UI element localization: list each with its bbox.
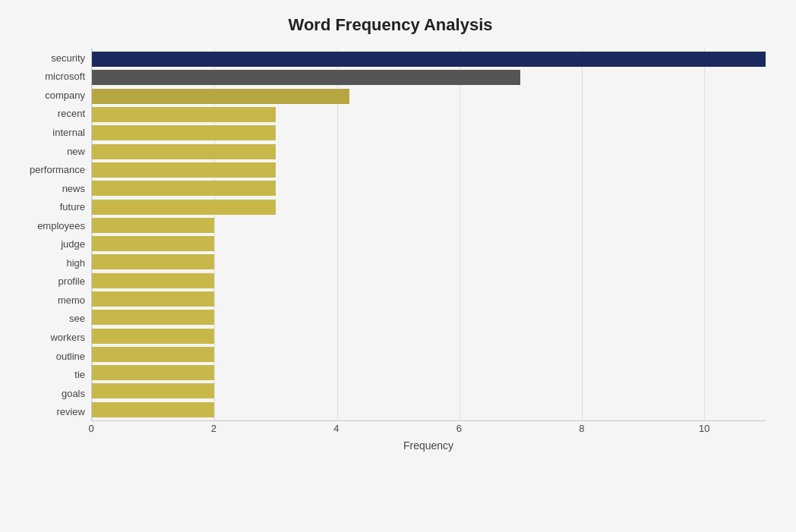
chart-area: securitymicrosoftcompanyrecentinternalne… [15,49,766,421]
y-label: profile [58,272,85,291]
bar [92,52,766,67]
x-tick-label: 4 [333,423,339,434]
y-label: future [60,197,85,216]
y-label: company [45,86,85,105]
bar [92,125,276,140]
bar [92,402,214,417]
x-tick-label: 6 [456,423,462,434]
x-tick-label: 0 [88,423,93,434]
bar [92,273,214,288]
y-label: tie [74,365,85,384]
y-label: employees [37,216,85,235]
bar-row [92,50,766,68]
bar-row [92,290,766,308]
x-axis-label: Frequency [91,439,766,452]
y-label: goals [62,384,85,403]
bar [92,365,214,380]
y-label: internal [52,123,85,142]
y-label: judge [61,235,85,253]
x-tick-label: 8 [579,423,584,434]
bar [92,347,214,362]
bar-row [92,142,766,160]
bar-row [92,253,766,271]
y-label: outline [56,347,85,366]
bar-row [92,235,766,253]
bar-row [92,382,766,400]
bar-row [92,216,766,235]
chart-container: Word Frequency Analysis securitymicrosof… [0,0,796,532]
bar [92,254,214,269]
y-label: news [62,179,85,198]
bar-row [92,124,766,142]
bar-row [92,326,766,345]
bar [92,329,214,344]
bar [92,218,214,233]
chart-title: Word Frequency Analysis [15,15,766,35]
bars-grid [91,49,766,421]
bar [92,107,276,122]
bar [92,70,520,85]
bar-row [92,105,766,124]
bar-row [92,272,766,290]
x-axis: 0246810 Frequency [91,421,766,452]
x-tick-label: 10 [699,423,709,434]
bar [92,144,276,159]
bar-row [92,364,766,382]
bar-row [92,345,766,364]
bar [92,291,214,307]
bar-row [92,161,766,179]
y-label: new [67,142,85,161]
y-label: recent [58,105,85,124]
x-tick-label: 2 [211,423,216,434]
bar [92,310,214,325]
y-label: memo [58,291,85,310]
y-label: performance [30,160,85,179]
bar-row [92,308,766,326]
y-axis: securitymicrosoftcompanyrecentinternalne… [15,49,91,421]
bar [92,89,349,104]
bar-row [92,179,766,197]
y-label: high [66,253,85,272]
bar-row [92,401,766,419]
bar [92,181,276,196]
y-label: review [56,402,85,421]
y-label: security [51,49,85,68]
bar-row [92,87,766,105]
y-label: see [69,310,85,329]
bar-row [92,68,766,87]
bar-row [92,197,766,216]
bar [92,162,276,178]
bar [92,200,276,215]
bar [92,236,214,251]
y-label: microsoft [45,68,85,87]
y-label: workers [50,328,85,347]
bar [92,383,214,398]
